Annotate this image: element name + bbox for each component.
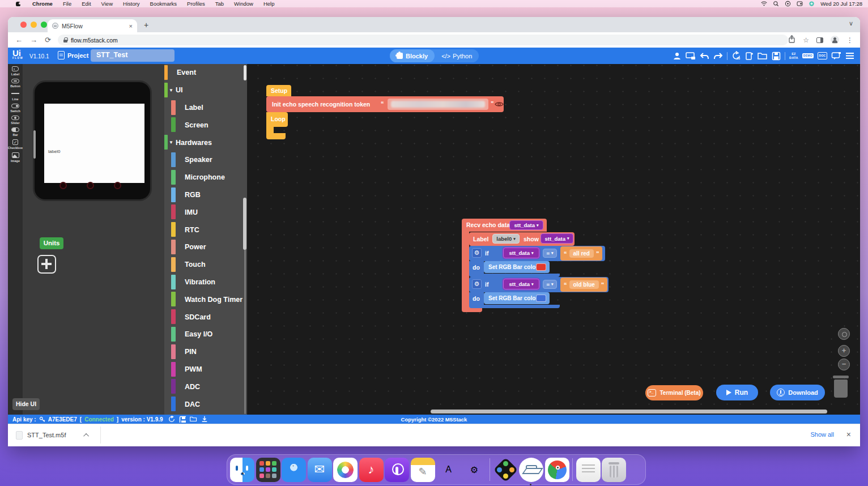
open-folder-icon[interactable] [190, 416, 197, 423]
dock-finder[interactable] [230, 458, 254, 482]
wifi-icon[interactable] [761, 1, 767, 7]
lock-icon[interactable] [63, 37, 67, 42]
menu-item-edit[interactable]: Edit [76, 1, 96, 7]
category-adc[interactable]: ADC [164, 378, 247, 395]
menu-item-help[interactable]: Help [258, 1, 280, 7]
history-icon[interactable]: 23 [731, 51, 741, 61]
ezdata-icon[interactable]: EZDATA [789, 52, 798, 59]
category-dac[interactable]: DAC [164, 395, 247, 413]
add-unit-button[interactable] [37, 255, 56, 274]
if2-var-dropdown[interactable]: stt_data▾ [503, 279, 539, 289]
eye-icon[interactable] [495, 100, 504, 109]
search-icon[interactable] [773, 1, 779, 7]
menu-item-chrome[interactable]: Chrome [27, 1, 58, 7]
download-button[interactable]: Download [770, 385, 825, 400]
menu-bar-clock[interactable]: Wed 20 Jul 17:28 [820, 1, 862, 7]
tab-search-chevron-icon[interactable]: ∨ [849, 20, 853, 27]
zoom-out-button[interactable]: − [838, 359, 850, 370]
category-pwm[interactable]: PWM [164, 361, 247, 378]
share-icon[interactable] [788, 35, 795, 45]
dock-music[interactable]: ♪ [359, 458, 384, 482]
chevron-down-icon[interactable]: ▼ [169, 140, 173, 145]
menu-item-profiles[interactable]: Profiles [182, 1, 210, 7]
forward-button[interactable]: → [30, 36, 37, 44]
new-project-icon[interactable] [745, 52, 754, 61]
tab-python[interactable]: </> Python [435, 53, 479, 59]
show-all-link[interactable]: Show all [810, 431, 834, 438]
if1-operator-dropdown[interactable]: =▾ [543, 249, 557, 258]
block-set-rgb-1[interactable]: Set RGB Bar color [484, 261, 550, 273]
blockly-canvas[interactable]: Setup Init echo speech recognition token… [247, 64, 860, 415]
zoom-reset-button[interactable] [838, 328, 850, 340]
dock-notes[interactable]: ✎ [411, 458, 435, 482]
feedback-icon[interactable] [831, 52, 841, 61]
dock-chrome[interactable] [545, 458, 569, 482]
project-button[interactable]: Project [58, 51, 88, 59]
block-setup[interactable]: Setup [266, 85, 291, 96]
menu-item-window[interactable]: Window [229, 1, 258, 7]
widget-line[interactable]: Line [8, 91, 23, 101]
refresh-icon[interactable] [168, 416, 175, 423]
dock-trash[interactable] [602, 458, 626, 482]
device-button-a[interactable] [59, 182, 67, 189]
gear-icon[interactable]: ⚙ [472, 248, 482, 258]
downloaded-file-chip[interactable]: STT_Test.m5f [16, 428, 89, 442]
category-power[interactable]: Power [164, 238, 247, 256]
download-icon[interactable] [201, 416, 208, 423]
profile-avatar[interactable] [831, 36, 839, 44]
save-icon[interactable] [772, 52, 781, 61]
close-window-button[interactable] [20, 22, 27, 28]
bookmark-star-icon[interactable]: ☆ [803, 36, 809, 44]
category-screen[interactable]: Screen [164, 116, 247, 134]
gear-icon[interactable]: ⚙ [472, 279, 482, 289]
record-dot-icon[interactable] [785, 1, 791, 7]
side-panel-icon[interactable] [816, 37, 823, 43]
save-icon[interactable] [179, 416, 186, 423]
category-touch[interactable]: Touch [164, 256, 247, 274]
menu-item-history[interactable]: History [118, 1, 145, 7]
label-target-dropdown[interactable]: label0▾ [492, 234, 520, 244]
menu-item-bookmarks[interactable]: Bookmarks [145, 1, 182, 7]
block-loop[interactable]: Loop [266, 112, 288, 127]
category-label[interactable]: Label [164, 99, 247, 117]
dock-photos[interactable] [333, 458, 358, 482]
category-vibration[interactable]: Vibration [164, 274, 247, 291]
tab-blockly[interactable]: Blockly [390, 49, 435, 62]
canvas-horizontal-scrollbar[interactable] [431, 410, 827, 413]
zoom-window-button[interactable] [41, 22, 47, 28]
dock-document[interactable] [576, 458, 601, 482]
dock-m5stack[interactable] [519, 458, 543, 482]
color-swatch-blue[interactable] [536, 295, 546, 302]
user-switch-icon[interactable] [797, 1, 803, 7]
category-imu[interactable]: IMU [164, 203, 247, 221]
device-drag-handle[interactable] [33, 130, 36, 159]
browser-tab[interactable]: M5Flow × [48, 19, 137, 32]
if2-string-value[interactable]: old blue [569, 280, 599, 289]
dock-safari[interactable] [282, 458, 306, 482]
category-ui[interactable]: ▼UI [164, 82, 247, 99]
widget-image[interactable]: Image [8, 152, 23, 163]
dock-system-preferences[interactable]: ⚙ [462, 458, 487, 482]
block-init-token[interactable]: Init echo speech recognition token “ ” [266, 96, 504, 112]
if1-string-value[interactable]: all red [569, 249, 594, 258]
category-easy-i-o[interactable]: Easy I/O [164, 326, 247, 343]
category-rtc[interactable]: RTC [164, 221, 247, 238]
category-rgb[interactable]: RGB [164, 186, 247, 204]
widget-slider[interactable]: Slider [8, 116, 23, 125]
widget-label[interactable]: Label [8, 66, 23, 76]
device-button-c[interactable] [114, 182, 121, 189]
browser-menu-icon[interactable]: ⋮ [846, 36, 853, 44]
category-microphone[interactable]: Microphone [164, 169, 247, 186]
menu-item-file[interactable]: File [58, 1, 76, 7]
if1-var-dropdown[interactable]: stt_data▾ [503, 248, 539, 258]
recv-var-dropdown[interactable]: stt_data▾ [509, 220, 543, 230]
widget-switch[interactable]: Switch [8, 104, 23, 113]
device-button-b[interactable] [87, 182, 94, 189]
hide-ui-button[interactable]: Hide UI [12, 398, 40, 410]
widget-button[interactable]: Button [8, 79, 23, 88]
device-screen[interactable]: label0 [44, 104, 144, 183]
menu-icon[interactable] [845, 52, 854, 59]
category-event[interactable]: Event [164, 64, 247, 82]
trash-icon[interactable] [832, 376, 850, 398]
redo-icon[interactable] [713, 52, 723, 60]
